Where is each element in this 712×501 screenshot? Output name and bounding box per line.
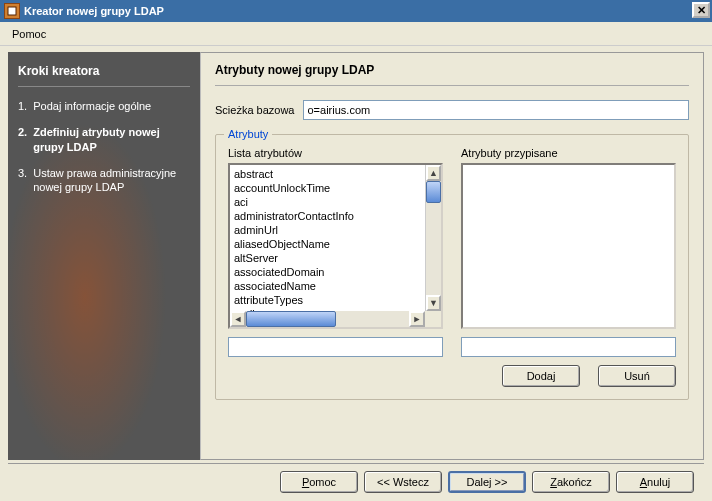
fieldset-legend: Atrybuty <box>224 128 272 140</box>
base-path-row: Scieżka bazowa <box>215 100 689 120</box>
back-button[interactable]: << Wstecz <box>364 471 442 493</box>
svg-rect-0 <box>8 7 16 15</box>
wizard-content: Atrybuty nowej grupy LDAP Scieżka bazowa… <box>200 52 704 460</box>
attributes-fieldset: Atrybuty Lista atrybutów abstractaccount… <box>215 134 689 400</box>
scroll-up-button[interactable]: ▲ <box>426 165 441 181</box>
scroll-right-button[interactable]: ► <box>409 311 425 327</box>
content-heading: Atrybuty nowej grupy LDAP <box>215 63 689 77</box>
list-item[interactable]: associatedName <box>232 279 424 293</box>
content-separator <box>215 85 689 86</box>
assigned-attributes-label: Atrybuty przypisane <box>461 147 676 159</box>
list-item[interactable]: adminUrl <box>232 223 424 237</box>
wizard-step: 3.Ustaw prawa administracyjne nowej grup… <box>18 166 190 195</box>
list-item[interactable]: accountUnlockTime <box>232 181 424 195</box>
main-area: Kroki kreatora 1.Podaj informacje ogólne… <box>0 46 712 460</box>
menubar: Pomoc <box>0 22 712 46</box>
available-filter-input[interactable] <box>228 337 443 357</box>
list-item[interactable]: aci <box>232 195 424 209</box>
assigned-attributes-listbox[interactable] <box>461 163 676 329</box>
list-item[interactable]: altServer <box>232 251 424 265</box>
cancel-button[interactable]: Anuluj <box>616 471 694 493</box>
assigned-attributes-column: Atrybuty przypisane <box>461 147 676 329</box>
horizontal-scrollbar[interactable]: ◄ ► <box>230 311 441 327</box>
wizard-step: 1.Podaj informacje ogólne <box>18 99 190 113</box>
available-attributes-listbox[interactable]: abstractaccountUnlockTimeaciadministrato… <box>228 163 443 329</box>
available-attributes-label: Lista atrybutów <box>228 147 443 159</box>
wizard-sidebar: Kroki kreatora 1.Podaj informacje ogólne… <box>8 52 200 460</box>
list-item[interactable]: aliasedObjectName <box>232 237 424 251</box>
scroll-thumb-vertical[interactable] <box>426 181 441 203</box>
next-button[interactable]: Dalej >> <box>448 471 526 493</box>
wizard-footer: Pomoc << Wstecz Dalej >> Zakończ Anuluj <box>8 463 704 499</box>
base-path-input[interactable] <box>303 100 690 120</box>
finish-button[interactable]: Zakończ <box>532 471 610 493</box>
scroll-down-button[interactable]: ▼ <box>426 295 441 311</box>
add-button[interactable]: Dodaj <box>502 365 580 387</box>
app-icon <box>4 3 20 19</box>
wizard-step: 2.Zdefiniuj atrybuty nowej grupy LDAP <box>18 125 190 154</box>
window-title: Kreator nowej grupy LDAP <box>24 5 164 17</box>
titlebar: Kreator nowej grupy LDAP ✕ <box>0 0 712 22</box>
step-label: Ustaw prawa administracyjne nowej grupy … <box>33 166 190 195</box>
step-label: Podaj informacje ogólne <box>33 99 151 113</box>
help-button[interactable]: Pomoc <box>280 471 358 493</box>
step-number: 1. <box>18 99 27 113</box>
list-item[interactable]: abstract <box>232 167 424 181</box>
assigned-filter-input[interactable] <box>461 337 676 357</box>
list-item[interactable]: attributeTypes <box>232 293 424 307</box>
step-number: 2. <box>18 125 27 154</box>
step-label: Zdefiniuj atrybuty nowej grupy LDAP <box>33 125 190 154</box>
close-button[interactable]: ✕ <box>692 2 710 18</box>
list-item[interactable]: associatedDomain <box>232 265 424 279</box>
menu-help[interactable]: Pomoc <box>6 26 52 42</box>
available-attributes-column: Lista atrybutów abstractaccountUnlockTim… <box>228 147 443 329</box>
list-item[interactable]: administratorContactInfo <box>232 209 424 223</box>
sidebar-heading: Kroki kreatora <box>18 64 190 78</box>
sidebar-separator <box>18 86 190 87</box>
vertical-scrollbar[interactable]: ▲ ▼ <box>425 165 441 311</box>
scroll-corner <box>425 311 441 327</box>
scroll-left-button[interactable]: ◄ <box>230 311 246 327</box>
scroll-thumb-horizontal[interactable] <box>246 311 336 327</box>
base-path-label: Scieżka bazowa <box>215 104 295 116</box>
remove-button[interactable]: Usuń <box>598 365 676 387</box>
step-number: 3. <box>18 166 27 195</box>
